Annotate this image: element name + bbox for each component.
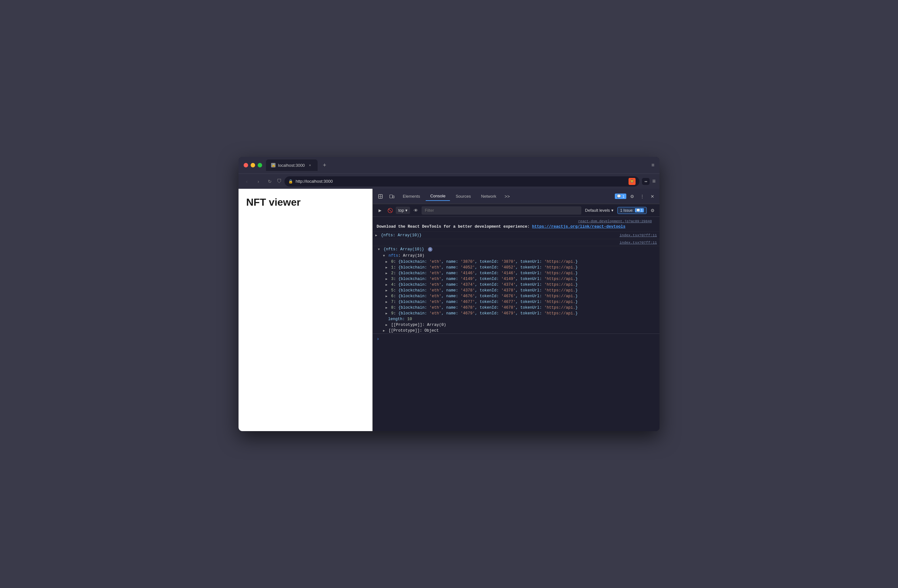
nfts-array-label[interactable]: nfts: Array(10) — [373, 252, 660, 259]
item-4-arrow[interactable] — [386, 283, 387, 287]
nft-item-9-text: 9: {blockchain: 'eth', name: '4679', tok… — [386, 311, 578, 316]
url-text: http://localhost:3000 — [295, 179, 333, 184]
item-9-arrow[interactable] — [386, 312, 387, 316]
nft-item-2-text: 2: {blockchain: 'eth', name: '4146', tok… — [386, 271, 578, 276]
window-menu-button[interactable]: ≡ — [652, 162, 654, 168]
item-5-arrow[interactable] — [386, 289, 387, 292]
browser-window: 🔒 localhost:3000 × + ≡ ‹ › ↻ ⛉ 🔒 http://… — [238, 157, 660, 431]
prototype-object-line[interactable]: [[Prototype]]: Object — [373, 328, 660, 334]
nft-item-2[interactable]: 2: {blockchain: 'eth', name: '4146', tok… — [373, 270, 660, 276]
nft-item-5[interactable]: 5: {blockchain: 'eth', name: '4378', tok… — [373, 288, 660, 293]
nfts-expand-arrow[interactable] — [383, 254, 385, 258]
nft-item-1[interactable]: 1: {blockchain: 'eth', name: '4052', tok… — [373, 265, 660, 270]
console-toolbar: ▶ 🚫 top ▾ 👁 Default levels ▾ 1 Issue: 💬 … — [373, 204, 660, 217]
devtools-toolbar: Elements Console Sources Network >> 💬 1 … — [373, 189, 660, 204]
title-bar: 🔒 localhost:3000 × + ≡ — [238, 157, 660, 174]
refresh-button[interactable]: ↻ — [265, 177, 274, 186]
item-6-arrow[interactable] — [386, 295, 387, 298]
length-value: 10 — [407, 317, 412, 322]
console-prompt: › — [377, 336, 379, 342]
console-input-line: › — [373, 334, 660, 344]
bookmark-button[interactable]: ⛉ — [277, 179, 282, 184]
console-settings-icon[interactable]: ⚙ — [648, 206, 657, 215]
item-7-arrow[interactable] — [386, 300, 387, 304]
element-picker-icon[interactable] — [375, 191, 386, 202]
nft-item-3[interactable]: 3: {blockchain: 'eth', name: '4149', tok… — [373, 276, 660, 282]
tab-bar: 🔒 localhost:3000 × + — [266, 159, 648, 171]
tab-close-button[interactable]: × — [308, 163, 312, 168]
device-toggle-icon[interactable] — [387, 191, 397, 202]
browser-menu-button[interactable]: ≡ — [652, 178, 656, 185]
item-0-arrow[interactable] — [386, 260, 387, 264]
url-bar[interactable]: 🔒 http://localhost:3000 🦁 — [284, 176, 640, 186]
console-output[interactable]: react-dom.development.js?ac89:29840 Down… — [373, 217, 660, 431]
devtools-more-icon[interactable]: ⋮ — [638, 192, 647, 201]
minimize-button[interactable] — [251, 163, 255, 168]
item-3-arrow[interactable] — [386, 277, 387, 281]
nft-item-9[interactable]: 9: {blockchain: 'eth', name: '4679', tok… — [373, 311, 660, 316]
console-source-1[interactable]: index.tsx?07ff:11 — [620, 233, 657, 237]
array-length-line: length: 10 — [373, 316, 660, 322]
nft-item-0-text: 0: {blockchain: 'eth', name: '3870', tok… — [386, 260, 578, 264]
nft-item-4-text: 4: {blockchain: 'eth', name: '4374', tok… — [386, 283, 578, 287]
maximize-button[interactable] — [258, 163, 262, 168]
expand-arrow-icon[interactable] — [375, 234, 377, 237]
console-log-source-2: index.tsx?07ff:11 — [373, 239, 660, 246]
proto-array-arrow[interactable] — [386, 323, 387, 327]
info-icon: i — [428, 247, 432, 252]
expand-down-arrow[interactable] — [378, 248, 380, 251]
filter-input[interactable] — [421, 206, 581, 215]
message-badge[interactable]: 💬 1 — [615, 194, 626, 199]
tab-sources[interactable]: Sources — [451, 192, 475, 200]
nft-item-3-text: 3: {blockchain: 'eth', name: '4149', tok… — [386, 277, 578, 281]
new-tab-button[interactable]: + — [320, 161, 329, 169]
issues-badge[interactable]: 1 Issue: 💬 1 — [617, 207, 647, 214]
brave-shield-icon[interactable]: 🦁 — [629, 178, 635, 185]
nft-item-8[interactable]: 8: {blockchain: 'eth', name: '4678', tok… — [373, 305, 660, 311]
run-script-button[interactable]: ▶ — [375, 206, 384, 215]
nft-item-7[interactable]: 7: {blockchain: 'eth', name: '4677', tok… — [373, 299, 660, 305]
dropdown-arrow-icon: ▾ — [405, 208, 407, 213]
item-8-arrow[interactable] — [386, 306, 387, 309]
block-button[interactable]: 🚫 — [386, 206, 394, 215]
console-object-expanded[interactable]: {nfts: Array(10)} i — [373, 246, 660, 252]
default-levels-label: Default levels — [585, 208, 610, 213]
nft-item-4[interactable]: 4: {blockchain: 'eth', name: '4374', tok… — [373, 282, 660, 288]
react-msg-link[interactable]: https://reactjs.org/link/react-devtools — [532, 225, 626, 229]
item-2-arrow[interactable] — [386, 272, 387, 275]
eye-button[interactable]: 👁 — [411, 206, 420, 215]
devtools-toolbar-right: 💬 1 ⚙ ⋮ ✕ — [615, 192, 657, 201]
console-source-2[interactable]: index.tsx?07ff:11 — [620, 240, 657, 245]
close-button[interactable] — [244, 163, 248, 168]
item-1-arrow[interactable] — [386, 266, 387, 269]
react-devtools-source[interactable]: react-dom.development.js?ac89:29840 — [377, 219, 656, 225]
more-tabs-button[interactable]: >> — [502, 192, 512, 200]
issue-count-icon: 💬 1 — [635, 208, 644, 212]
prototype-array-text: [[Prototype]]: Array(0) — [391, 323, 446, 327]
active-browser-tab[interactable]: 🔒 localhost:3000 × — [266, 159, 318, 171]
nfts-array-text: nfts: Array(10) — [383, 254, 424, 258]
svg-rect-4 — [393, 196, 394, 198]
nft-item-6[interactable]: 6: {blockchain: 'eth', name: '4676', tok… — [373, 293, 660, 299]
devtools-panel: Elements Console Sources Network >> 💬 1 … — [372, 189, 660, 431]
nft-item-0[interactable]: 0: {blockchain: 'eth', name: '3870', tok… — [373, 259, 660, 265]
tab-console[interactable]: Console — [426, 192, 450, 201]
tab-elements[interactable]: Elements — [398, 192, 424, 200]
url-lock-icon: 🔒 — [288, 179, 293, 184]
forward-button[interactable]: › — [254, 177, 263, 186]
context-label: top — [398, 208, 404, 213]
proto-object-arrow[interactable] — [383, 329, 385, 332]
react-devtools-message: react-dom.development.js?ac89:29840 Down… — [373, 217, 660, 232]
tab-network[interactable]: Network — [477, 192, 501, 200]
default-levels-button[interactable]: Default levels ▾ — [583, 206, 616, 214]
prototype-array-line[interactable]: [[Prototype]]: Array(0) — [373, 322, 660, 328]
length-label: length: — [388, 317, 407, 322]
devtools-settings-icon[interactable]: ⚙ — [627, 192, 637, 201]
address-bar-right: ▪▪ ≡ — [642, 178, 656, 185]
brave-wallet-button[interactable]: ▪▪ — [642, 178, 650, 185]
console-log-collapsed-1[interactable]: {nfts: Array(10)} index.tsx?07ff:11 — [373, 232, 660, 239]
react-devtools-text: Download the React DevTools for a better… — [377, 225, 656, 229]
back-button[interactable]: ‹ — [242, 177, 251, 186]
context-dropdown[interactable]: top ▾ — [396, 206, 410, 214]
devtools-close-icon[interactable]: ✕ — [648, 192, 657, 201]
